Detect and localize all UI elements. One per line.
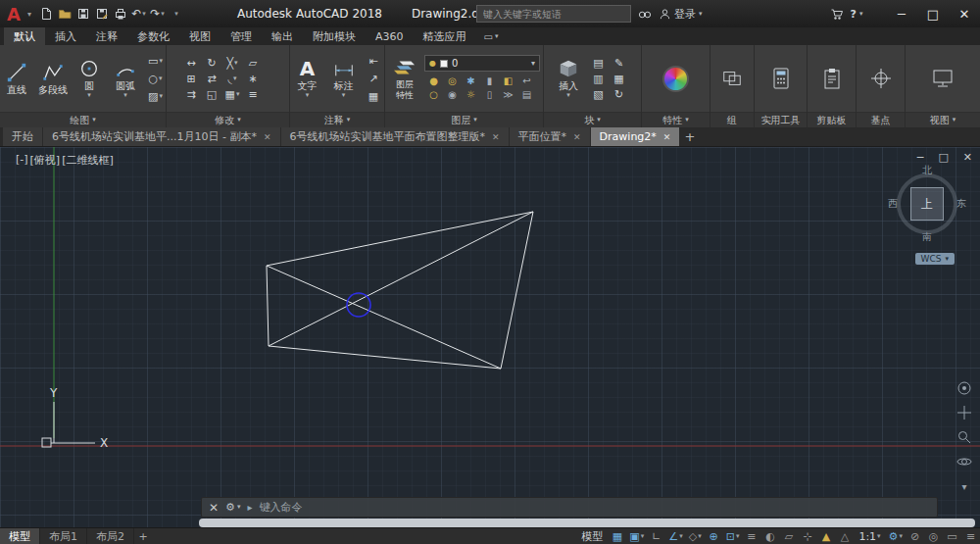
drawn-diagonal-0[interactable] [267,266,501,369]
layer-state-icon[interactable]: ▤ [517,88,536,102]
layer-lock-icon[interactable]: ▮ [480,74,499,88]
block-panel-label[interactable]: 块 ▾ [544,112,641,127]
ribbon-tab-manage[interactable]: 管理 [220,27,262,45]
annotation-monitor-icon[interactable]: ⊘ [906,528,924,544]
visual-style-control[interactable]: [二维线框] [62,153,114,168]
selection-cycling-icon[interactable]: ▱ [779,528,798,544]
isolate-objects-icon[interactable]: ◎ [924,528,943,544]
array-tool-icon[interactable]: ▦▾ [222,86,243,102]
mirror-tool-icon[interactable]: ⇄ [202,71,222,86]
ribbon-tab-home[interactable]: 默认 [4,27,45,45]
command-input-prompt[interactable]: 键入命令 [259,500,302,515]
layout-tab-2[interactable]: 布局2 [87,528,134,544]
text-flyout-icon[interactable]: ▾ [306,92,310,99]
close-button[interactable]: ✕ [949,0,980,27]
layers-panel-label[interactable]: 图层 ▾ [385,112,543,127]
open-file-button[interactable] [56,4,73,24]
clipboard-button[interactable] [815,47,849,110]
rotate-tool-icon[interactable]: ↻ [202,55,222,71]
drawn-diagonal-1[interactable] [269,212,533,346]
layer-properties-button[interactable]: 图层 特性 [388,47,421,110]
annotation-visibility-icon[interactable]: ▲ [816,528,835,544]
clipboard-panel-label[interactable]: 剪贴板 [808,112,856,127]
attribute-sync-icon[interactable]: ↻ [609,86,629,102]
tab-close-icon[interactable]: ✕ [573,132,581,142]
help-search-input[interactable] [476,5,631,23]
copy-tool-icon[interactable]: ⊞ [181,71,202,86]
wcs-selector[interactable]: WCS ▾ [915,253,955,265]
viewcube-top-face[interactable]: 上 [910,187,944,221]
rectangle-flyout-icon[interactable]: ▭▾ [145,53,166,69]
signin-dropdown-icon[interactable]: ▾ [699,11,703,18]
ribbon-options-button[interactable]: ▭ ▾ [476,27,507,45]
properties-panel-label[interactable]: 特性 ▾ [642,112,710,127]
text-tool-button[interactable]: A 文字 ▾ [291,47,324,110]
zoom-button[interactable] [955,427,974,447]
layout-tab-1[interactable]: 布局1 [40,528,87,544]
view-panel-label[interactable]: 视图 ▾ [906,112,980,127]
ribbon-tab-view[interactable]: 视图 [179,27,220,45]
linear-dimension-icon[interactable]: ⇤ [364,53,384,69]
drawn-quadrilateral[interactable] [267,212,533,369]
help-button[interactable]: ? ▾ [851,8,863,21]
viewcube-north-label[interactable]: 北 [922,166,932,175]
viewcube-east-label[interactable]: 东 [956,199,966,209]
dynamic-ucs-icon[interactable]: ⊹ [798,528,816,544]
explode-tool-icon[interactable]: ∗ [243,71,264,86]
tab-close-icon[interactable]: ✕ [492,132,500,142]
arc-flyout-icon[interactable]: ▾ [123,92,127,99]
workspace-switching-icon[interactable]: ⚙▾ [886,528,906,544]
properties-button[interactable] [660,47,693,110]
block-create-icon[interactable]: ▤ [588,55,609,71]
plot-button[interactable] [112,4,128,24]
block-editor-icon[interactable]: ▧ [588,86,609,102]
insert-block-button[interactable]: 插入 ▾ [552,47,585,110]
line-tool-button[interactable]: 直线 [0,47,33,110]
block-edit-icon[interactable]: ✎ [609,55,629,71]
minimize-button[interactable]: ─ [886,0,917,27]
horizontal-scrollbar[interactable] [199,519,975,527]
undo-button[interactable]: ↶▾ [130,4,147,24]
signin-button[interactable]: 登录 ▾ [659,7,703,22]
drawing-viewport[interactable]: YX [-] [俯视] [二维线框] ─ □ ✕ 北 南 西 东 上 WCS ▾ [0,147,980,527]
attribute-manage-icon[interactable]: ▦ [609,71,629,86]
file-tab-0[interactable]: 开始 [3,127,42,146]
polyline-tool-button[interactable]: 多段线 [36,47,70,110]
view-orientation-control[interactable]: [俯视] [30,153,61,168]
circle-flyout-icon[interactable]: ▾ [87,92,91,99]
application-menu-dropdown-icon[interactable]: ▾ [27,10,31,19]
drawing-close-button[interactable]: ✕ [963,151,972,164]
layer-isolate-icon[interactable]: ◎ [443,74,462,88]
redo-button[interactable]: ↷▾ [149,4,166,24]
maximize-button[interactable]: □ [917,0,949,27]
viewport-menu-control[interactable]: [-] [16,153,28,168]
help-dropdown-icon[interactable]: ▾ [859,11,863,18]
view-tools-button[interactable] [926,47,959,110]
stretch-tool-icon[interactable]: ⇉ [181,86,202,102]
move-tool-icon[interactable]: ↔ [181,55,202,71]
dimension-flyout-icon[interactable]: ▾ [342,92,346,99]
arc-tool-button[interactable]: 圆弧 ▾ [109,47,142,110]
tab-close-icon[interactable]: ✕ [663,132,671,142]
save-as-button[interactable] [93,4,110,24]
customize-icon[interactable]: ≡ [961,528,980,544]
group-button[interactable] [715,47,749,110]
viewcube[interactable]: 北 南 西 东 上 [890,167,964,241]
file-tab-1[interactable]: 6号线机场站实训基地平...1月10日 - 副本*✕ [43,127,280,146]
layer-unisolate-icon[interactable]: ◉ [443,88,462,102]
ribbon-tab-annotate[interactable]: 注释 [86,27,127,45]
layer-combo-dropdown-icon[interactable]: ▾ [531,59,535,68]
drawing-restore-button[interactable]: □ [938,151,948,164]
command-line-customize-icon[interactable]: ⚙▾ [225,501,240,514]
viewcube-west-label[interactable]: 西 [888,199,898,209]
circle-tool-button[interactable]: 圆 ▾ [73,47,106,110]
trim-tool-icon[interactable]: ╳▾ [222,55,243,71]
model-space-button[interactable]: 模型 [576,528,608,544]
annotation-panel-label[interactable]: 注释 ▾ [290,112,384,127]
polar-tracking-icon[interactable]: ∠▾ [665,528,685,544]
ribbon-tab-output[interactable]: 输出 [262,27,303,45]
ribbon-tab-addins[interactable]: 附加模块 [303,27,366,45]
search-button[interactable] [638,8,652,21]
leader-icon[interactable]: ↗ [364,71,384,86]
layer-thaw-icon[interactable]: ☼ [462,88,480,102]
